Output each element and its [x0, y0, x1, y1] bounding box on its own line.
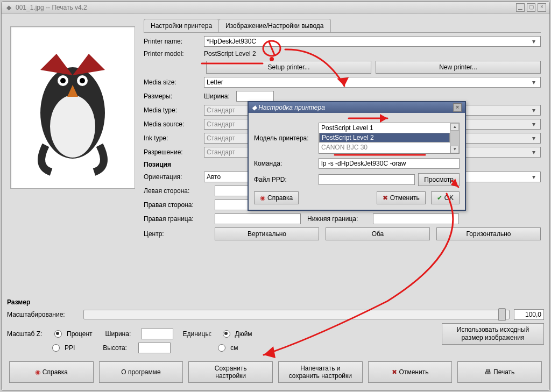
- svg-point-1: [50, 95, 95, 158]
- window-title: 001_1.jpg -- Печать v4.2: [16, 4, 87, 11]
- dialog-help-button[interactable]: ◉Справка: [254, 191, 299, 204]
- maximize-icon[interactable]: ▢: [527, 3, 535, 12]
- print-button[interactable]: 🖶Печать: [457, 361, 542, 383]
- scaling-slider[interactable]: [83, 310, 510, 319]
- svg-point-7: [80, 78, 85, 83]
- new-printer-button[interactable]: New printer...: [376, 61, 541, 74]
- tab-printer-settings[interactable]: Настройки принтера: [144, 19, 219, 32]
- about-button[interactable]: О программе: [99, 361, 183, 383]
- setup-printer-button[interactable]: Setup printer...: [206, 61, 371, 74]
- media-size-label: Media size:: [144, 79, 204, 86]
- cancel-button[interactable]: ✖Отменить: [368, 361, 453, 383]
- minimize-icon[interactable]: ▁: [516, 3, 525, 12]
- svg-marker-3: [73, 54, 105, 75]
- bottombound-label: Нижняя граница:: [307, 215, 366, 223]
- radio-cm[interactable]: [218, 344, 225, 352]
- dialog-command-label: Команда:: [254, 160, 319, 167]
- radio-inch[interactable]: [223, 330, 230, 338]
- rightbound-input[interactable]: [215, 213, 301, 224]
- save-settings-button[interactable]: Сохранить настройки: [188, 361, 273, 383]
- center-vertical-button[interactable]: Вертикально: [215, 227, 319, 240]
- cancel-icon: ✖: [383, 194, 388, 202]
- radio-ppi[interactable]: [52, 344, 60, 352]
- use-original-size-button[interactable]: Использовать исходный размер изображения: [442, 323, 544, 345]
- size-title: Размер: [7, 298, 544, 306]
- dialog-ppd-label: Файл PPD:: [254, 176, 319, 183]
- lifebuoy-icon: ◉: [260, 194, 265, 202]
- titlebar[interactable]: ◆ 001_1.jpg -- Печать v4.2 ▁ ▢ ×: [2, 2, 549, 14]
- scroll-down-icon[interactable]: ▾: [450, 146, 459, 153]
- height2-label: Высота:: [103, 344, 135, 352]
- width2-input[interactable]: [141, 329, 173, 339]
- center-label: Центр:: [144, 230, 208, 238]
- center-horizontal-button[interactable]: Горизонтально: [436, 227, 541, 240]
- printer-name-label: Printer name:: [144, 38, 204, 45]
- bottombound-input[interactable]: [373, 213, 459, 224]
- media-type-label: Media type:: [144, 106, 204, 114]
- dialog-cancel-button[interactable]: ✖Отменить: [377, 191, 426, 204]
- diamond-icon: ◆: [252, 104, 257, 111]
- printer-name-select[interactable]: *HpDeskJet930C▾: [204, 36, 541, 47]
- radio-percent[interactable]: [54, 330, 62, 338]
- scrollbar[interactable]: ▴▾: [450, 123, 459, 153]
- list-item[interactable]: PostScript Level 1: [319, 123, 450, 133]
- scroll-up-icon[interactable]: ▴: [450, 123, 459, 131]
- ppd-input[interactable]: [319, 174, 415, 185]
- units-label: Единицы:: [183, 330, 220, 338]
- scalez-label: Масштаб Z:: [7, 330, 51, 338]
- dialog-model-label: Модель принтера:: [254, 134, 319, 142]
- list-item[interactable]: CANON BJC 30: [319, 142, 450, 152]
- width2-label: Ширина:: [105, 330, 138, 338]
- browse-button[interactable]: Просмотр: [418, 173, 460, 186]
- close-icon[interactable]: ×: [538, 3, 546, 12]
- help-button[interactable]: ◉Справка: [9, 361, 94, 383]
- preview-image: [24, 38, 121, 177]
- scaling-label: Масштабирование:: [7, 311, 79, 318]
- rightbound-label: Правая граница:: [144, 215, 208, 223]
- printer-icon: 🖶: [485, 368, 491, 376]
- ink-type-label: Ink type:: [144, 134, 204, 142]
- lifebuoy-icon: ◉: [35, 368, 40, 376]
- svg-marker-2: [40, 54, 73, 75]
- cancel-icon: ✖: [392, 368, 397, 376]
- command-input[interactable]: [319, 158, 460, 169]
- media-size-select[interactable]: Letter▾: [204, 77, 541, 88]
- slider-thumb[interactable]: [498, 308, 506, 321]
- left-label: Левая сторона:: [144, 187, 208, 195]
- printer-model-label: Printer model:: [144, 50, 204, 58]
- sizes-label: Размеры:: [144, 92, 204, 100]
- orientation-label: Ориентация:: [144, 173, 204, 181]
- dialog-ok-button[interactable]: ✔OK: [431, 191, 460, 204]
- check-icon: ✔: [437, 194, 442, 202]
- media-source-label: Media source:: [144, 120, 204, 128]
- resolution-label: Разрешение:: [144, 148, 204, 156]
- dialog-close-icon[interactable]: ×: [453, 103, 462, 112]
- chevron-down-icon: ▾: [529, 38, 538, 45]
- right-label: Правая сторона:: [144, 201, 208, 209]
- width-input[interactable]: [236, 91, 274, 102]
- width-sublabel: Ширина:: [204, 92, 236, 100]
- height2-input[interactable]: [138, 343, 171, 353]
- dialog-titlebar[interactable]: ◆ Настройка принтера ×: [249, 102, 465, 113]
- list-item[interactable]: PostScript Level 2: [319, 133, 450, 142]
- print-save-button[interactable]: Напечатать и сохранить настройки: [278, 361, 363, 383]
- printer-model-value: PostScript Level 2: [204, 50, 256, 58]
- scaling-value[interactable]: [514, 309, 544, 320]
- app-icon: ◆: [5, 4, 12, 11]
- printer-setup-dialog: ◆ Настройка принтера × Модель принтера: …: [248, 101, 466, 211]
- center-both-button[interactable]: Оба: [326, 227, 430, 240]
- chevron-down-icon: ▾: [529, 79, 538, 86]
- model-listbox[interactable]: PostScript Level 1 PostScript Level 2 CA…: [319, 123, 460, 154]
- svg-point-5: [60, 78, 66, 83]
- dialog-title: Настройка принтера: [258, 104, 325, 111]
- preview-pane: [10, 26, 135, 189]
- tab-output-settings[interactable]: Изображение/Настройки вывода: [218, 19, 330, 32]
